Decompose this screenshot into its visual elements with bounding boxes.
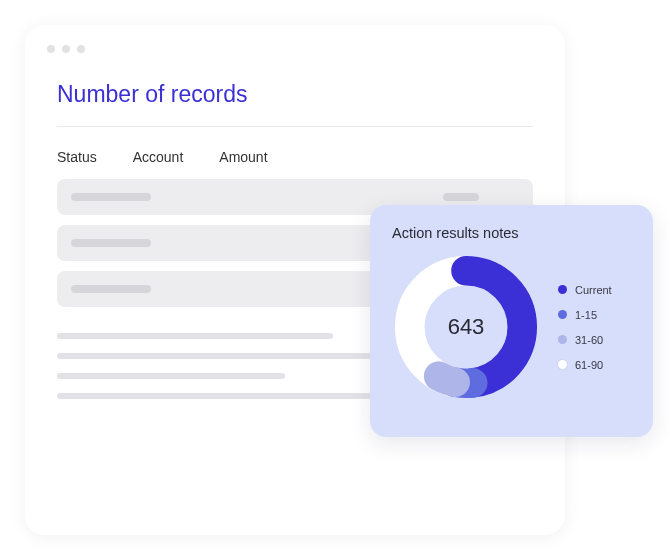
- donut-center-value: 643: [392, 253, 540, 401]
- window-dot-icon: [62, 45, 70, 53]
- legend: Current 1-15 31-60 61-90: [558, 284, 612, 371]
- action-results-card: Action results notes 643 Current 1-15: [370, 205, 653, 437]
- legend-dot-icon: [558, 335, 567, 344]
- column-header-status: Status: [57, 149, 97, 165]
- donut-chart: 643: [392, 253, 540, 401]
- placeholder-bar: [71, 239, 151, 247]
- legend-label: Current: [575, 284, 612, 296]
- window-dot-icon: [47, 45, 55, 53]
- legend-label: 61-90: [575, 359, 603, 371]
- legend-item-1-15: 1-15: [558, 309, 612, 321]
- column-header-amount: Amount: [219, 149, 267, 165]
- legend-dot-icon: [558, 310, 567, 319]
- card-title: Action results notes: [392, 225, 653, 241]
- column-headers: Status Account Amount: [57, 149, 565, 165]
- legend-dot-icon: [558, 360, 567, 369]
- page-title: Number of records: [57, 81, 565, 108]
- window-dot-icon: [77, 45, 85, 53]
- divider: [57, 126, 533, 127]
- placeholder-bar: [71, 193, 151, 201]
- legend-item-current: Current: [558, 284, 612, 296]
- legend-label: 31-60: [575, 334, 603, 346]
- legend-item-61-90: 61-90: [558, 359, 612, 371]
- window-controls: [25, 25, 565, 53]
- column-header-account: Account: [133, 149, 184, 165]
- placeholder-bar: [71, 285, 151, 293]
- legend-dot-icon: [558, 285, 567, 294]
- placeholder-line: [57, 373, 285, 379]
- placeholder-line: [57, 353, 400, 359]
- placeholder-bar: [443, 193, 479, 201]
- placeholder-line: [57, 333, 333, 339]
- legend-label: 1-15: [575, 309, 597, 321]
- chart-wrap: 643 Current 1-15 31-60 61-90: [392, 253, 653, 401]
- legend-item-31-60: 31-60: [558, 334, 612, 346]
